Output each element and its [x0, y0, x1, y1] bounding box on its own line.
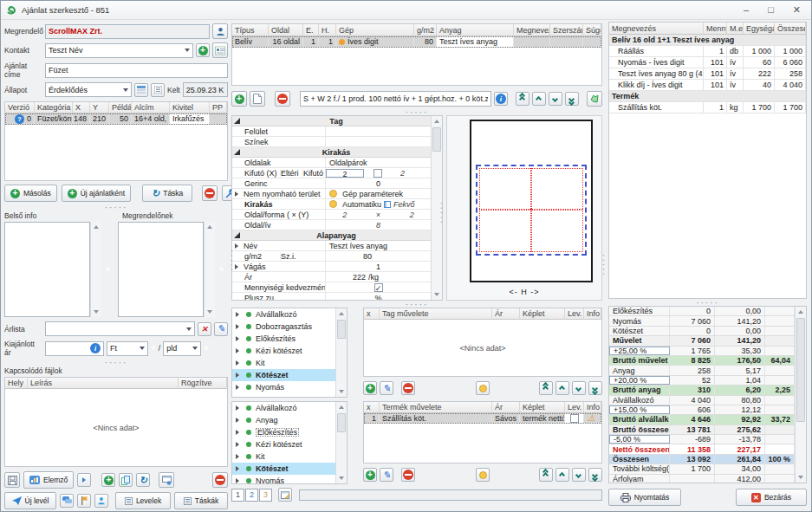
edit-pricelist-button[interactable]: [214, 322, 228, 336]
grid-value[interactable]: Teszt íves anyag: [326, 241, 431, 250]
product-group-item[interactable]: Kötészet: [232, 463, 335, 475]
summary-row[interactable]: Alvállalkozó4 04080,80: [609, 396, 795, 405]
splitter-handle[interactable]: [608, 299, 807, 306]
grid-value[interactable]: 80: [326, 251, 431, 261]
column-header[interactable]: Lev.: [565, 308, 584, 320]
operation-group-item[interactable]: Alvállalkozó: [232, 308, 335, 321]
tag-op-hint-button[interactable]: [476, 381, 490, 395]
splitter-handle[interactable]: [4, 359, 228, 366]
mails-button[interactable]: Levelek: [115, 492, 171, 509]
grid-row[interactable]: g/m2Sz.i.80: [232, 251, 431, 262]
close-dialog-button[interactable]: ✕Bezárás: [736, 489, 807, 506]
delete-product-op-button[interactable]: [401, 468, 415, 482]
internal-info-textarea[interactable]: [4, 222, 90, 317]
grid-value[interactable]: %: [326, 293, 431, 300]
detail-group-row[interactable]: Termék: [609, 91, 806, 102]
column-header[interactable]: Kivitel: [170, 102, 210, 113]
impose-button[interactable]: [587, 91, 602, 107]
add-internal-info-button[interactable]: [106, 265, 111, 275]
column-header[interactable]: Ár: [492, 308, 520, 320]
copy-part-button[interactable]: [250, 91, 265, 107]
grid-value[interactable]: [326, 126, 431, 136]
summary-row[interactable]: Bruttó anyag3106,202,25: [609, 386, 795, 395]
contact-select[interactable]: Teszt Név: [45, 43, 193, 58]
grid-row[interactable]: Plusz zu%: [232, 293, 431, 300]
splitter-handle[interactable]: [4, 204, 228, 211]
move-top-button[interactable]: [516, 92, 529, 106]
flag-button[interactable]: [77, 494, 91, 508]
print-button[interactable]: Nyomtatás: [608, 489, 681, 506]
column-header[interactable]: X: [73, 102, 90, 113]
column-header[interactable]: Szerszám: [550, 24, 583, 36]
analyzer-more-button[interactable]: [77, 473, 91, 487]
pricelist-select[interactable]: [45, 321, 195, 336]
page-button-2[interactable]: 2: [245, 489, 258, 502]
operation-group-item[interactable]: Kézi kötészet: [232, 345, 335, 357]
column-header[interactable]: Info: [584, 308, 601, 320]
table-row[interactable]: Belív16 oldal11Íves digit80Teszt íves an…: [232, 36, 601, 48]
table-row[interactable]: 0Füzet/köny1482105016+4 old, 5Irkafűzés: [5, 113, 227, 125]
summary-row[interactable]: Anyag2585,17: [609, 366, 795, 375]
operation-groups-tree[interactable]: AlvállalkozóDobozragasztásElőkészítésKéz…: [231, 308, 348, 398]
offer-title-input[interactable]: Füzet: [45, 63, 228, 78]
splitter-handle[interactable]: [231, 301, 602, 308]
summary-row[interactable]: Előkészítés00,00: [609, 307, 795, 316]
product-group-item[interactable]: Anyag: [232, 414, 335, 426]
column-header[interactable]: Mennyis: [704, 23, 727, 35]
tag-op-down-button[interactable]: [572, 381, 586, 395]
quoted-price-input[interactable]: [45, 341, 104, 356]
grid-row[interactable]: Oldal/ív8: [232, 220, 431, 230]
delete-file-button[interactable]: [212, 472, 228, 488]
status-list-button[interactable]: [151, 83, 165, 97]
grid-row[interactable]: Kifutó (X)EltériKifutó (Y)22: [232, 168, 431, 178]
column-header[interactable]: Példár: [109, 102, 132, 113]
splitter-handle[interactable]: [430, 209, 453, 218]
grid-row[interactable]: Felület: [232, 126, 431, 137]
move-up-button[interactable]: [532, 92, 546, 106]
splitter-handle[interactable]: [592, 261, 615, 270]
grid-row[interactable]: NévTeszt íves anyag: [232, 241, 431, 251]
related-files-table[interactable]: HelyLeírásRögzítve<Nincs adat>: [4, 377, 228, 467]
summary-row[interactable]: Árfolyam412,00: [609, 475, 795, 483]
column-header[interactable]: Anyag: [437, 24, 514, 36]
operation-group-item[interactable]: Nyomás: [232, 381, 335, 393]
unit-select[interactable]: pld: [163, 341, 201, 356]
tree-scrollbar[interactable]: [335, 402, 347, 483]
detail-group-row[interactable]: Belív 16 old 1+1 Teszt íves anyag: [609, 35, 806, 46]
move-bottom-button[interactable]: [565, 92, 579, 106]
operation-group-item[interactable]: Kötészet: [232, 369, 335, 381]
grid-section-header[interactable]: Kirakás: [232, 147, 431, 158]
product-op-top-button[interactable]: [539, 468, 553, 482]
operation-group-item[interactable]: Kit: [232, 357, 335, 369]
save-view-button[interactable]: [4, 472, 20, 488]
column-header[interactable]: Hely: [5, 378, 28, 389]
product-operations-table[interactable]: xTermék műveleteÁrKépletLev.Info1Szállít…: [363, 401, 602, 463]
delete-tag-op-button[interactable]: [401, 381, 415, 395]
add-tag-op-button[interactable]: [363, 381, 377, 395]
bag-refresh-button[interactable]: Táska: [142, 185, 192, 202]
minimize-button[interactable]: –: [744, 5, 749, 15]
copy-file-button[interactable]: [119, 473, 133, 487]
for-customer-scrollbar[interactable]: [204, 222, 215, 317]
detail-row[interactable]: Ráállás1db1 0001 000: [609, 46, 806, 57]
maximize-button[interactable]: □: [768, 5, 774, 15]
grid-section-header[interactable]: Tag: [232, 116, 431, 126]
add-contact-button[interactable]: [196, 43, 210, 57]
product-group-item[interactable]: Előkészítés: [232, 426, 335, 438]
product-op-up-button[interactable]: [555, 468, 569, 482]
calculation-detail-table[interactable]: MegnevezésMennyisM.e.EgységárÖsszesenBel…: [608, 22, 807, 299]
grid-row[interactable]: KirakásAutomatikuFekvő: [232, 199, 431, 210]
summary-row[interactable]: -5,00 %-689-13,78: [609, 435, 795, 444]
grid-value[interactable]: 22: [326, 168, 431, 178]
grid-row[interactable]: Ár222/kg: [232, 272, 431, 282]
add-unit-button[interactable]: [204, 344, 209, 353]
product-group-item[interactable]: Alvállalkozó: [232, 402, 335, 414]
edit-tag-op-button[interactable]: [380, 381, 393, 395]
tag-op-up-button[interactable]: [555, 381, 569, 395]
status-select[interactable]: Érdeklődés: [45, 82, 132, 97]
column-header[interactable]: Y: [90, 102, 109, 113]
product-op-down-button[interactable]: [572, 468, 586, 482]
bleed-x-input[interactable]: 2: [326, 169, 364, 178]
grid-row[interactable]: Oldal/forma ( × (Y)2×2: [232, 210, 431, 220]
summary-row[interactable]: Összesen13 092261,84100 %: [609, 455, 795, 464]
